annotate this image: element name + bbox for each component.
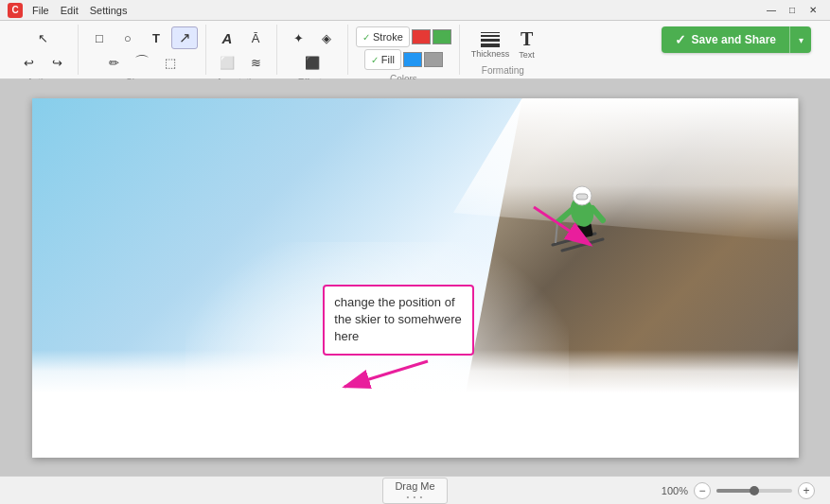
drag-me-label: Drag Me [395,480,434,492]
titlebar-menus: File Edit Settings [28,5,131,16]
stroke-button[interactable]: ✓ Stroke [356,26,410,47]
shapes-group: □ ○ T ↗ ✏ ⌒ ⬚ Shapes [79,25,206,75]
zoom-slider-thumb[interactable] [750,486,759,495]
zoom-slider-track[interactable] [716,489,792,493]
thickness-button[interactable]: Thickness [468,28,514,61]
cursor-tool-button[interactable]: ↖ [29,26,56,49]
save-share-dropdown-button[interactable]: ▾ [790,35,811,45]
pen-tool-button[interactable]: ✏ [100,51,127,74]
annotations-row1: A Ā [214,26,269,49]
shapes-row1: □ ○ T ↗ [86,26,198,49]
fill-row: ✓ Fill [364,49,443,70]
canvas[interactable]: change the position of the skier to some… [32,98,799,458]
thickness-label: Thickness [471,49,510,59]
annotations-group: A Ā ⬜ ≋ Annotations [206,25,277,75]
line-tool-button[interactable]: ⌒ [129,51,155,74]
text-tool-button[interactable]: T [143,26,169,49]
effect-1-button[interactable]: ✦ [285,26,311,49]
drag-dots-icon: • • • [407,493,424,501]
drag-me-handle[interactable]: Drag Me • • • [382,478,447,504]
color-swatch-red[interactable] [412,29,431,44]
menu-settings[interactable]: Settings [86,5,132,16]
formatting-label: Formating [482,65,524,76]
text-format-label: Text [519,50,535,60]
actions-row2: ↩ ↪ [15,51,70,74]
save-share-checkmark-icon: ✓ [675,32,686,47]
menu-file[interactable]: File [28,5,53,16]
fill-label: Fill [381,54,395,65]
arrow-tool-button[interactable]: ↗ [171,26,198,49]
app-logo: C [8,3,23,18]
chevron-down-icon: ▾ [799,35,804,45]
redo-button[interactable]: ↪ [44,51,70,74]
annotation-text: change the position of the skier to some… [334,295,461,343]
main-content: change the position of the skier to some… [0,79,830,504]
zoom-in-button[interactable]: + [798,482,815,499]
save-share-main[interactable]: ✓ Save and Share [662,26,790,53]
actions-row: ↖ [29,26,56,49]
color-swatch-blue[interactable] [403,52,422,67]
maximize-button[interactable]: □ [783,3,802,18]
svg-line-9 [556,222,557,243]
window-controls: — □ ✕ [762,3,822,18]
effect-3-button[interactable]: ⬛ [299,51,326,74]
save-share-label: Save and Share [692,33,776,46]
undo-button[interactable]: ↩ [15,51,42,74]
effects-row1: ✦ ◈ [285,26,340,49]
annotation-box: change the position of the skier to some… [323,285,474,356]
bottom-bar: Drag Me • • • 100% − + [0,476,830,504]
text-format-button[interactable]: T Text [515,26,539,61]
save-share-button[interactable]: ✓ Save and Share ▾ [662,26,811,53]
shapes-row2: ✏ ⌒ ⬚ [100,51,184,74]
svg-line-5 [557,210,572,222]
color-swatch-gray[interactable] [424,52,443,67]
zoom-controls: 100% − + [448,482,815,499]
thickness-icon [481,30,500,49]
ellipse-tool-button[interactable]: ○ [115,26,141,49]
formatting-group: Thickness T Text Formating [460,25,546,75]
text-format-icon: T [521,28,533,50]
formatting-row: Thickness T Text [468,26,539,61]
rectangle-tool-button[interactable]: □ [86,26,113,49]
fill-button[interactable]: ✓ Fill [364,49,401,70]
zoom-slider-fill [716,489,754,493]
stroke-label: Stroke [373,31,403,43]
canvas-area: change the position of the skier to some… [0,79,830,476]
close-button[interactable]: ✕ [804,3,822,18]
annotation-tool-1-button[interactable]: A [214,26,240,49]
colors-group: ✓ Stroke ✓ Fill Colors [348,25,460,75]
svg-line-6 [592,208,603,220]
fill-check-icon: ✓ [371,55,379,65]
effects-group: ✦ ◈ ⬛ Effects [277,25,348,75]
menu-edit[interactable]: Edit [57,5,82,16]
effects-row2: ⬛ [299,51,326,74]
titlebar-left: C File Edit Settings [8,3,131,18]
titlebar: C File Edit Settings — □ ✕ [0,0,830,21]
annotation-tool-4-button[interactable]: ≋ [242,51,269,74]
svg-rect-8 [576,194,588,200]
zoom-level-label: 100% [662,485,688,496]
annotations-row2: ⬜ ≋ [214,51,269,74]
stroke-row: ✓ Stroke [356,26,451,47]
zoom-out-button[interactable]: − [694,482,711,499]
minimize-button[interactable]: — [762,3,781,18]
annotation-tool-3-button[interactable]: ⬜ [214,51,240,74]
snow-bottom [32,350,799,458]
color-swatch-green[interactable] [433,29,451,44]
highlight-tool-button[interactable]: ⬚ [157,51,184,74]
stroke-check-icon: ✓ [362,32,370,43]
skier-figure [548,177,614,252]
annotation-tool-2-button[interactable]: Ā [242,26,269,49]
actions-group: ↖ ↩ ↪ Actions [8,25,79,75]
effect-2-button[interactable]: ◈ [313,26,340,49]
